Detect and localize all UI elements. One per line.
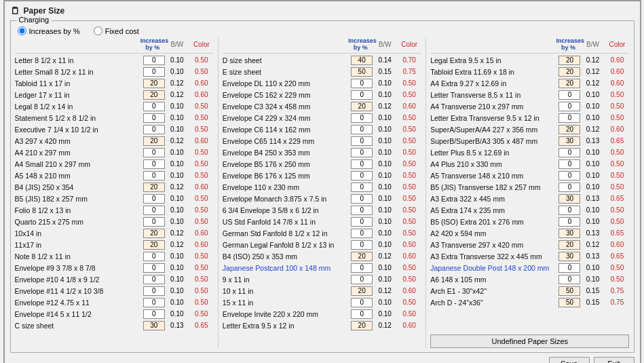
pct-input[interactable] [558, 217, 580, 227]
color-value: 0.50 [189, 275, 214, 283]
save-button[interactable]: Save [549, 357, 590, 363]
pct-input[interactable] [558, 229, 580, 238]
pct-input[interactable] [558, 194, 580, 204]
radio-increases-input[interactable] [18, 26, 26, 35]
pct-input[interactable] [558, 148, 580, 157]
pct-input[interactable] [143, 90, 165, 100]
color-value: 0.50 [397, 172, 421, 179]
pct-input[interactable] [351, 183, 373, 192]
color-value: 0.50 [189, 310, 214, 318]
table-row: Executive 7 1/4 x 10 1/2 in0.100.50 [15, 124, 214, 135]
pct-input[interactable] [143, 79, 165, 88]
pct-input[interactable] [558, 67, 580, 77]
pct-input[interactable] [143, 67, 165, 77]
paper-name: Arch D - 24"x36" [430, 299, 558, 307]
pct-input[interactable] [143, 309, 165, 319]
paper-name: Legal 8 1/2 x 14 in [15, 102, 143, 111]
pct-input[interactable] [143, 217, 165, 227]
dialog-paper-size: 🗒 Paper Size Charging Increases by % Fix… [3, 0, 641, 363]
pct-input[interactable] [351, 321, 373, 330]
color-value: 0.50 [605, 172, 629, 179]
pct-input[interactable] [558, 90, 580, 100]
bw-value: 0.10 [373, 275, 397, 283]
table-row: A2 420 x 594 mm0.130.65 [430, 228, 629, 239]
table-row: Quarto 215 x 275 mm0.100.50 [15, 216, 214, 227]
pct-input[interactable] [351, 79, 373, 88]
pct-input[interactable] [558, 240, 580, 250]
color-value: 0.60 [605, 56, 629, 64]
pct-input[interactable] [143, 263, 165, 273]
pct-input[interactable] [351, 217, 373, 227]
pct-input[interactable] [143, 229, 165, 238]
pct-input[interactable] [143, 102, 165, 111]
pct-input[interactable] [351, 229, 373, 238]
pct-input[interactable] [558, 286, 580, 296]
pct-input[interactable] [143, 321, 165, 330]
pct-input[interactable] [351, 148, 373, 157]
radio-fixed-input[interactable] [94, 26, 102, 35]
pct-input[interactable] [558, 263, 580, 273]
pct-input[interactable] [143, 113, 165, 123]
pct-input[interactable] [143, 125, 165, 134]
pct-input[interactable] [351, 286, 373, 296]
pct-input[interactable] [351, 206, 373, 215]
col1-h-color: Color [189, 41, 214, 48]
pct-input[interactable] [351, 125, 373, 134]
bw-value: 0.12 [373, 252, 397, 260]
pct-input[interactable] [351, 252, 373, 261]
pct-input[interactable] [143, 252, 165, 261]
pct-input[interactable] [351, 90, 373, 100]
pct-input[interactable] [351, 102, 373, 111]
pct-input[interactable] [558, 56, 580, 65]
pct-input[interactable] [351, 113, 373, 123]
exit-button[interactable]: Exit [594, 357, 634, 363]
pct-input[interactable] [558, 79, 580, 88]
bw-value: 0.12 [165, 229, 189, 237]
color-value: 0.50 [605, 206, 629, 214]
pct-input[interactable] [558, 125, 580, 134]
paper-name: Envelope C6 114 x 162 mm [223, 126, 351, 134]
pct-input[interactable] [351, 136, 373, 146]
pct-input[interactable] [143, 171, 165, 180]
undefined-paper-sizes-button[interactable]: Undefined Paper Sizes [430, 335, 629, 348]
radio-increases[interactable]: Increases by % [18, 26, 80, 35]
pct-input[interactable] [558, 113, 580, 123]
pct-input[interactable] [351, 298, 373, 307]
pct-input[interactable] [143, 286, 165, 296]
color-value: 0.50 [397, 114, 421, 121]
pct-input[interactable] [351, 194, 373, 204]
pct-input[interactable] [558, 102, 580, 111]
pct-input[interactable] [558, 298, 580, 307]
pct-input[interactable] [351, 56, 373, 65]
color-value: 0.65 [605, 195, 629, 202]
bw-value: 0.10 [165, 275, 189, 283]
pct-input[interactable] [558, 206, 580, 215]
pct-input[interactable] [143, 194, 165, 204]
pct-input[interactable] [558, 159, 580, 169]
pct-input[interactable] [558, 252, 580, 261]
pct-input[interactable] [143, 136, 165, 146]
pct-input[interactable] [143, 206, 165, 215]
pct-input[interactable] [351, 159, 373, 169]
radio-fixed[interactable]: Fixed cost [94, 26, 139, 35]
pct-input[interactable] [143, 298, 165, 307]
pct-input[interactable] [351, 263, 373, 273]
pct-input[interactable] [351, 67, 373, 77]
bw-value: 0.10 [165, 126, 189, 133]
pct-input[interactable] [558, 171, 580, 180]
pct-input[interactable] [143, 240, 165, 250]
pct-input[interactable] [351, 275, 373, 284]
pct-input[interactable] [143, 183, 165, 192]
pct-input[interactable] [351, 309, 373, 319]
pct-input[interactable] [558, 183, 580, 192]
pct-input[interactable] [143, 148, 165, 157]
pct-input[interactable] [558, 136, 580, 146]
pct-input[interactable] [351, 171, 373, 180]
pct-input[interactable] [143, 159, 165, 169]
pct-input[interactable] [143, 275, 165, 284]
pct-input[interactable] [558, 275, 580, 284]
pct-input[interactable] [143, 56, 165, 65]
bw-value: 0.10 [165, 310, 189, 318]
pct-input[interactable] [351, 240, 373, 250]
paper-name: A3 297 x 420 mm [15, 137, 143, 145]
